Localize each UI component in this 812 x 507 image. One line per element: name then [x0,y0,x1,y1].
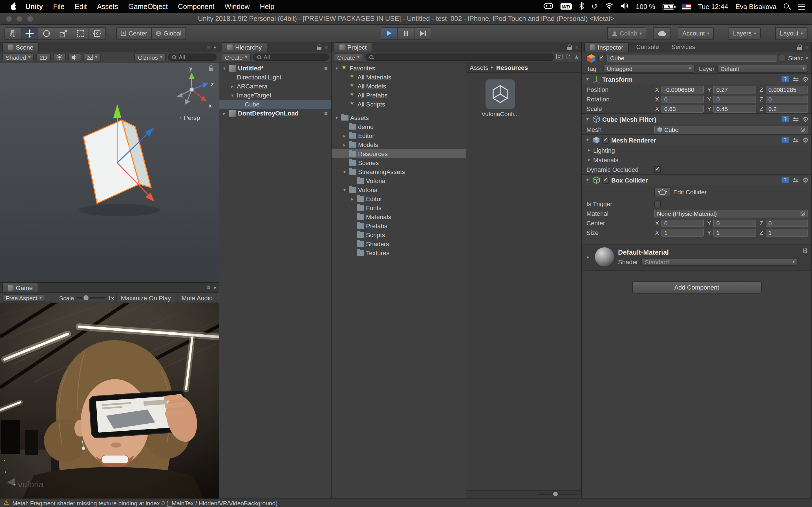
mesh-filter-component-header[interactable]: ▼ Cube (Mesh Filter) ?⚙ [582,113,811,124]
favorites-row[interactable]: All Scripts [332,100,466,109]
favorites-star-icon[interactable]: ★ [574,54,579,60]
scene-panel-menu-icon[interactable]: ≡ [207,45,210,50]
disclosure-arrow-icon[interactable]: ▾ [334,115,340,120]
folder-row[interactable]: ▸ Models [332,140,466,149]
disclosure-arrow-icon[interactable]: ▸ [221,111,227,116]
disclosure-arrow-icon[interactable]: ▸ [342,142,347,147]
folder-row[interactable]: Scripts [332,230,466,239]
materials-foldout[interactable]: ▸ Materials [582,155,811,165]
scene-viewport[interactable]: y z x ‹ Persp [0,62,219,282]
tab-game[interactable]: Game [2,283,38,292]
folder-row[interactable]: Prefabs [332,221,466,230]
inspector-lock-icon[interactable] [797,47,802,50]
mute-audio-toggle[interactable]: Mute Audio [177,293,217,303]
folder-row[interactable]: demo [332,122,466,131]
rotate-tool-button[interactable] [38,27,55,40]
center-z-field[interactable]: 0 [765,219,808,227]
help-icon[interactable]: ? [781,116,789,122]
aspect-ratio-dropdown[interactable]: Free Aspect▾ [2,294,45,302]
hierarchy-row[interactable]: Cube [219,100,331,109]
lighting-foldout[interactable]: ▸ Lighting [582,145,811,155]
size-z-field[interactable]: 1 [765,228,808,236]
menubar-user[interactable]: Eva Blsakova [735,3,776,10]
preset-icon[interactable] [792,116,799,122]
size-x-field[interactable]: 1 [661,228,704,236]
scene-context-menu-icon[interactable]: ≡ [324,110,331,116]
game-panel-menu-icon[interactable]: ≡ [207,285,210,291]
folder-row[interactable]: Textures [332,248,466,258]
perspective-label[interactable]: Persp [184,114,200,121]
help-icon[interactable]: ? [781,137,789,143]
foldout-arrow-icon[interactable]: ▼ [585,137,591,143]
folder-row[interactable]: Shaders [332,239,466,248]
preset-icon[interactable] [792,76,799,82]
disclosure-arrow-icon[interactable]: ▾ [342,169,347,174]
tab-scene[interactable]: Scene [2,42,39,52]
project-search-input[interactable] [365,54,554,61]
position-x-field[interactable]: -0.0006580 [661,86,704,93]
breadcrumb-current[interactable]: Resources [496,64,528,71]
input-language-flag-icon[interactable] [681,4,691,9]
layer-dropdown[interactable]: Default▾ [717,64,808,72]
hand-tool-button[interactable] [4,27,21,40]
hierarchy-create-dropdown[interactable]: Create▾ [221,53,251,61]
play-button[interactable] [380,27,398,40]
hierarchy-search-input[interactable]: All [253,54,329,61]
tab-hierarchy[interactable]: Hierarchy [221,42,267,52]
asset-tile-vuforiaconfiguration[interactable]: VuforiaConfi... [480,79,520,117]
tab-console[interactable]: Console [631,42,664,52]
foldout-arrow-icon[interactable]: ▼ [585,76,591,82]
search-by-type-icon[interactable] [556,54,563,61]
scale-z-field[interactable]: 0.2 [765,105,808,112]
foldout-arrow-icon[interactable]: ▸ [585,255,591,260]
hierarchy-row[interactable]: ▾ Untitled* ≡ [219,64,331,73]
scene-search-input[interactable]: All [168,54,216,61]
scene-context-menu-icon[interactable]: ≡ [324,65,331,71]
menu-assets[interactable]: Assets [92,3,123,10]
hierarchy-panel-menu-icon[interactable]: ≡ [325,45,328,50]
object-picker-icon[interactable]: ◎ [801,210,805,216]
disclosure-arrow-icon[interactable]: ▾ [221,66,227,71]
hierarchy-row[interactable]: ▸ ARCamera [219,82,331,91]
center-y-field[interactable]: 0 [714,219,756,227]
project-lock-icon[interactable] [567,47,572,50]
center-x-field[interactable]: 0 [661,219,704,227]
disclosure-arrow-icon[interactable]: ▸ [342,133,347,138]
inspector-panel-menu-icon[interactable]: ≡ [805,45,809,50]
menu-edit[interactable]: Edit [70,3,92,10]
scale-tool-button[interactable] [55,27,72,40]
folder-row[interactable]: ▸ Editor [332,131,466,140]
preset-icon[interactable] [792,177,799,183]
folder-row[interactable]: ▸ Editor [332,194,466,203]
wifi-icon[interactable] [605,3,613,10]
folder-row[interactable]: Materials [332,212,466,221]
scale-x-field[interactable]: 0.63 [661,105,704,112]
hierarchy-row[interactable]: ▸ DontDestroyOnLoad ≡ [219,109,331,118]
draw-mode-dropdown[interactable]: Shaded▾ [2,53,34,61]
mesh-renderer-component-header[interactable]: ▼ Mesh Renderer ?⚙ [582,134,811,145]
folder-row[interactable]: ▾ StreamingAssets [332,167,466,176]
game-viewport[interactable]: vuforia [0,303,219,500]
battery-icon[interactable] [662,4,674,9]
static-checkbox[interactable] [779,55,786,61]
transform-component-header[interactable]: ▼ Transform ?⚙ [582,73,811,84]
time-machine-icon[interactable]: ↺ [592,3,598,10]
foldout-arrow-icon[interactable]: ▸ [587,148,592,153]
gameobject-name-field[interactable]: Cube [607,54,777,62]
disclosure-arrow-icon[interactable]: ▾ [342,187,347,192]
preset-icon[interactable] [792,137,799,143]
folder-row[interactable]: Scenes [332,158,466,167]
tab-services[interactable]: Services [666,42,700,52]
bluetooth-icon[interactable] [579,2,584,11]
notification-center-icon[interactable] [798,4,805,9]
disclosure-arrow-icon[interactable]: ▸ [230,83,235,89]
object-picker-icon[interactable]: ◎ [801,126,805,132]
foldout-arrow-icon[interactable]: ▼ [585,177,591,182]
favorites-row[interactable]: All Models [332,82,466,91]
move-tool-button[interactable] [21,27,38,40]
mesh-renderer-enabled-checkbox[interactable] [602,136,609,144]
gear-icon[interactable]: ⚙ [802,177,809,183]
menubar-clock[interactable]: Tue 12:44 [698,3,728,10]
gear-icon[interactable]: ⚙ [802,247,808,254]
disclosure-arrow-icon[interactable]: ▾ [230,93,235,98]
